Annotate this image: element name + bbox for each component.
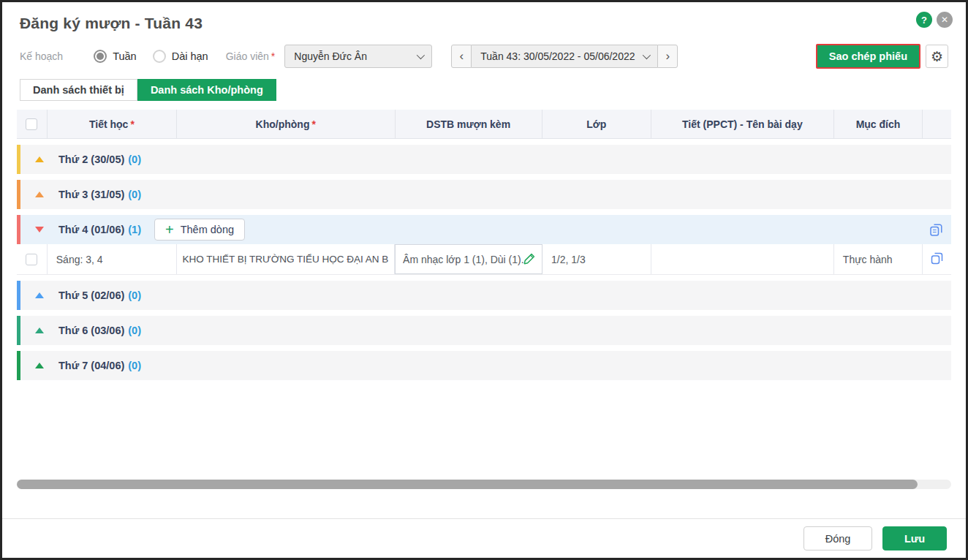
week-select-value: Tuần 43: 30/05/2022 - 05/06/2022 — [480, 50, 635, 62]
header-purpose: Mục đích — [834, 110, 923, 138]
page-title: Đăng ký mượn - Tuần 43 — [20, 15, 948, 32]
copy-day-icon[interactable] — [929, 223, 943, 237]
cell-class[interactable]: 1/2, 1/3 — [542, 244, 651, 274]
borrow-registration-modal: Đăng ký mượn - Tuần 43 ? ✕ Kế hoạch Tuần… — [0, 0, 968, 560]
schedule-table: Tiết học* Kho/phòng* DSTB mượn kèm Lớp T… — [17, 110, 951, 380]
header-period: Tiết học* — [48, 110, 177, 138]
row-select-cell — [17, 244, 48, 274]
day-group-saturday[interactable]: Thứ 7 (04/06) (0) — [17, 351, 951, 380]
day-color-bar — [17, 180, 20, 209]
modal-header: Đăng ký mượn - Tuần 43 ? ✕ — [2, 2, 966, 32]
day-count: (0) — [128, 325, 141, 336]
cell-period[interactable]: Sáng: 3, 4 — [48, 244, 177, 274]
toolbar: Kế hoạch Tuần Dài hạn Giáo viên* Nguyễn … — [2, 44, 966, 69]
day-count: (0) — [128, 189, 141, 200]
edit-pencil-icon[interactable] — [523, 252, 536, 267]
help-icon[interactable]: ? — [916, 12, 932, 28]
week-select[interactable]: Tuần 43: 30/05/2022 - 05/06/2022 — [472, 45, 657, 68]
teacher-select[interactable]: Nguyễn Đức Ân — [284, 45, 432, 68]
plan-radio-group: Tuần Dài hạn — [94, 50, 208, 63]
teacher-select-value: Nguyễn Đức Ân — [294, 50, 367, 62]
collapse-arrow-icon[interactable] — [35, 363, 44, 368]
day-group-tuesday[interactable]: Thứ 3 (31/05) (0) — [17, 180, 951, 209]
plan-label: Kế hoạch — [20, 50, 63, 62]
header-period-text: Tiết học — [89, 118, 128, 130]
close-button[interactable]: Đóng — [803, 526, 872, 550]
radio-longterm-icon[interactable] — [153, 50, 166, 63]
day-label: Thứ 7 (04/06) — [58, 360, 124, 371]
copy-sheet-button[interactable]: Sao chép phiếu — [816, 44, 920, 69]
collapse-arrow-icon[interactable] — [35, 156, 44, 162]
day-label: Thứ 4 (01/06) — [58, 224, 124, 235]
corner-icons: ? ✕ — [916, 12, 953, 28]
day-label: Thứ 6 (03/06) — [58, 325, 124, 336]
day-count: (0) — [128, 154, 141, 165]
add-row-label: Thêm dòng — [181, 224, 234, 235]
tab-room-list[interactable]: Danh sách Kho/phòng — [137, 79, 276, 101]
collapse-arrow-icon[interactable] — [35, 328, 44, 333]
required-asterisk: * — [130, 118, 134, 130]
radio-option-week[interactable]: Tuần — [94, 50, 137, 63]
chevron-down-icon — [417, 51, 425, 59]
cell-dstb[interactable]: Âm nhạc lớp 1 (1), Dùi (1)... — [395, 244, 542, 274]
horizontal-scrollbar-track[interactable] — [17, 480, 951, 489]
week-navigator: ‹ Tuần 43: 30/05/2022 - 05/06/2022 › — [451, 45, 678, 68]
select-all-cell — [17, 110, 48, 138]
day-color-bar — [17, 145, 20, 174]
tab-bar: Danh sách thiết bị Danh sách Kho/phòng — [2, 79, 966, 101]
collapse-arrow-icon[interactable] — [35, 292, 44, 298]
next-week-button[interactable]: › — [657, 45, 678, 68]
header-class: Lớp — [542, 110, 651, 138]
prev-week-button[interactable]: ‹ — [451, 45, 472, 68]
cell-room-text: KHO THIẾT BỊ TRƯỜNG TIỂU HỌC ĐẠI AN B — [177, 254, 394, 265]
expand-arrow-icon[interactable] — [35, 227, 44, 232]
header-room-text: Kho/phòng — [256, 118, 310, 130]
day-color-bar — [17, 281, 20, 310]
day-count: (1) — [128, 224, 141, 235]
radio-week-label[interactable]: Tuần — [113, 50, 137, 62]
day-group-wednesday[interactable]: Thứ 4 (01/06) (1) + Thêm dòng — [17, 215, 951, 244]
booking-row: Sáng: 3, 4 KHO THIẾT BỊ TRƯỜNG TIỂU HỌC … — [17, 244, 951, 275]
cell-lesson[interactable] — [651, 244, 834, 274]
teacher-label: Giáo viên* — [226, 50, 276, 62]
day-label: Thứ 3 (31/05) — [58, 189, 124, 200]
day-label: Thứ 2 (30/05) — [58, 154, 124, 165]
day-color-bar — [17, 316, 20, 345]
collapse-arrow-icon[interactable] — [35, 192, 44, 197]
radio-week-icon[interactable] — [94, 50, 107, 63]
day-group-friday[interactable]: Thứ 6 (03/06) (0) — [17, 316, 951, 345]
required-asterisk: * — [311, 118, 315, 130]
gear-icon[interactable]: ⚙ — [926, 45, 948, 68]
day-color-bar — [17, 351, 20, 380]
header-lesson: Tiết (PPCT) - Tên bài dạy — [651, 110, 834, 138]
row-checkbox[interactable] — [26, 254, 37, 265]
radio-option-longterm[interactable]: Dài hạn — [153, 50, 208, 63]
cell-purpose[interactable]: Thực hành — [834, 244, 923, 274]
cell-actions — [923, 244, 951, 274]
copy-row-icon[interactable] — [930, 251, 944, 268]
header-dstb: DSTB mượn kèm — [396, 110, 542, 138]
tab-device-list[interactable]: Danh sách thiết bị — [20, 79, 137, 101]
chevron-down-icon — [643, 51, 651, 59]
day-color-bar — [17, 215, 20, 244]
day-label: Thứ 5 (02/06) — [58, 290, 124, 301]
table-header-row: Tiết học* Kho/phòng* DSTB mượn kèm Lớp T… — [17, 110, 951, 139]
horizontal-scrollbar-thumb[interactable] — [17, 480, 918, 489]
teacher-label-text: Giáo viên — [226, 50, 269, 62]
cell-dstb-text: Âm nhạc lớp 1 (1), Dùi (1)... — [403, 254, 523, 265]
select-all-checkbox[interactable] — [26, 118, 37, 130]
day-count: (0) — [128, 360, 141, 371]
radio-longterm-label[interactable]: Dài hạn — [172, 50, 208, 62]
header-room: Kho/phòng* — [177, 110, 396, 138]
save-button[interactable]: Lưu — [882, 526, 947, 550]
required-asterisk: * — [271, 50, 275, 62]
add-row-button[interactable]: + Thêm dòng — [154, 219, 245, 241]
modal-footer: Đóng Lưu — [2, 518, 966, 558]
cell-room[interactable]: KHO THIẾT BỊ TRƯỜNG TIỂU HỌC ĐẠI AN B — [177, 244, 395, 274]
day-group-monday[interactable]: Thứ 2 (30/05) (0) — [17, 145, 951, 174]
close-icon[interactable]: ✕ — [937, 12, 953, 28]
header-actions — [923, 110, 951, 138]
day-count: (0) — [128, 290, 141, 301]
day-group-thursday[interactable]: Thứ 5 (02/06) (0) — [17, 281, 951, 310]
plus-icon: + — [165, 222, 174, 237]
